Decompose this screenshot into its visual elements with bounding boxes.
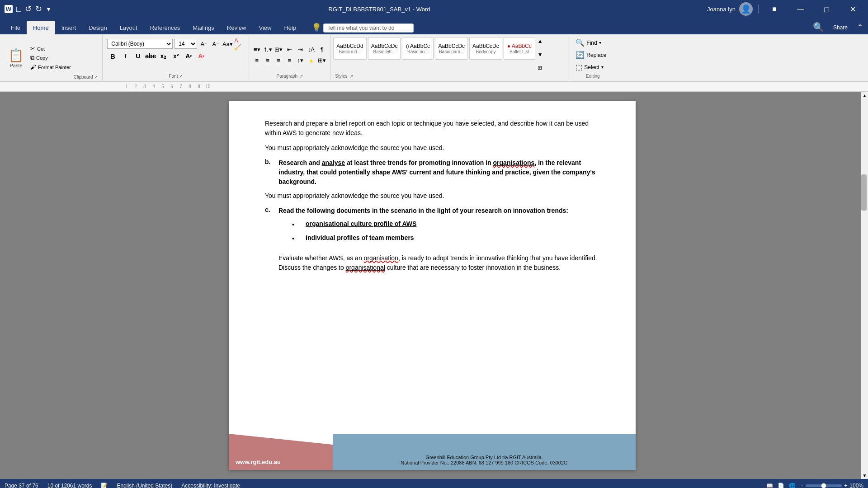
scroll-track[interactable]	[861, 99, 868, 472]
document-container[interactable]: Research and prepare a brief report on e…	[4, 92, 861, 479]
user-avatar[interactable]: 👤	[739, 2, 753, 16]
style-basic-letter[interactable]: AaBbCcDc Basic lett...	[368, 37, 401, 60]
select-dropdown-icon[interactable]: ▾	[601, 65, 604, 70]
search-icon[interactable]: 🔍	[813, 22, 824, 33]
find-button[interactable]: 🔍 Find ▾	[574, 37, 612, 48]
styles-up-button[interactable]: ▲	[538, 38, 543, 44]
style-basic-indent[interactable]: AaBbCcDd Basic ind...	[333, 37, 366, 60]
bold-button[interactable]: B	[107, 51, 118, 61]
replace-icon: 🔄	[576, 51, 585, 59]
increase-indent-button[interactable]: ⇥	[295, 45, 305, 55]
clipboard-secondary-buttons: ✂ Cut ⧉ Copy 🖌 Format Painter	[28, 36, 73, 80]
clear-formatting-button[interactable]: A🧹	[234, 39, 244, 49]
align-left-button[interactable]: ≡	[252, 56, 262, 66]
tab-review[interactable]: Review	[221, 21, 253, 34]
decrease-indent-button[interactable]: ⇤	[284, 45, 294, 55]
show-formatting-button[interactable]: ¶	[317, 45, 327, 55]
styles-more-button[interactable]: ⊞	[538, 65, 543, 71]
tab-help[interactable]: Help	[278, 21, 302, 34]
scroll-down-arrow[interactable]: ▼	[861, 472, 868, 479]
font-expand-icon[interactable]: ↗	[179, 74, 183, 79]
align-center-button[interactable]: ≡	[263, 56, 273, 66]
italic-button[interactable]: I	[120, 51, 131, 61]
ruler-mark: 6	[167, 84, 176, 89]
tab-design[interactable]: Design	[82, 21, 113, 34]
tab-home[interactable]: Home	[27, 21, 55, 34]
style-preview: i) AaBbCc	[406, 43, 430, 49]
font-size-select[interactable]: 14	[175, 39, 197, 49]
lightbulb-icon[interactable]: 💡	[311, 23, 321, 34]
item-c-label: c.	[265, 206, 278, 247]
styles-group-label: Styles ↗	[333, 73, 567, 79]
vertical-scrollbar[interactable]: ▲ ▼	[861, 92, 868, 479]
quick-access-dropdown[interactable]: ▼	[46, 6, 52, 13]
line-spacing-button[interactable]: ↕▾	[295, 56, 305, 66]
tab-view[interactable]: View	[252, 21, 278, 34]
font-case-button[interactable]: Aa▾	[222, 39, 232, 49]
font-color-button[interactable]: A▾	[196, 51, 207, 61]
document-page[interactable]: Research and prepare a brief report on e…	[229, 101, 636, 470]
cut-button[interactable]: ✂ Cut	[28, 44, 73, 53]
font-grow-button[interactable]: A⁺	[199, 39, 209, 49]
word-icon: W	[5, 5, 13, 13]
web-layout-icon[interactable]: 🌐	[789, 483, 796, 488]
minimize-button[interactable]: —	[790, 0, 811, 18]
editing-group: 🔍 Find ▾ 🔄 Replace ⬚ Select ▾ Editing	[570, 35, 615, 80]
format-painter-button[interactable]: 🖌 Format Painter	[28, 63, 73, 71]
borders-button[interactable]: ⊞▾	[317, 56, 327, 66]
select-button[interactable]: ⬚ Select ▾	[574, 61, 612, 73]
superscript-button[interactable]: x²	[170, 51, 181, 61]
scroll-up-arrow[interactable]: ▲	[861, 92, 868, 99]
justify-button[interactable]: ≡	[284, 56, 294, 66]
read-mode-icon[interactable]: 📖	[766, 483, 773, 488]
replace-button[interactable]: 🔄 Replace	[574, 49, 612, 61]
styles-expand-icon[interactable]: ↗	[349, 74, 353, 79]
font-shrink-button[interactable]: A⁻	[211, 39, 221, 49]
sort-button[interactable]: ↕A	[306, 45, 316, 55]
text-highlight-button[interactable]: A▾	[183, 51, 194, 61]
bullets-button[interactable]: ≡▾	[252, 45, 262, 55]
tell-me-input[interactable]: Tell me what you want to do	[323, 23, 414, 33]
scroll-thumb[interactable]	[861, 174, 867, 211]
clipboard-expand-icon[interactable]: ↗	[94, 75, 98, 80]
multilevel-list-button[interactable]: ⊞▾	[274, 45, 283, 55]
select-icon: ⬚	[576, 63, 582, 71]
tab-layout[interactable]: Layout	[113, 21, 144, 34]
layout-toggle-button[interactable]: ■	[764, 0, 785, 18]
tab-references[interactable]: References	[144, 21, 186, 34]
restore-button[interactable]: ◻	[816, 0, 837, 18]
save-button[interactable]: □	[16, 5, 21, 14]
copy-button[interactable]: ⧉ Copy	[28, 53, 73, 62]
redo-button[interactable]: ↻	[35, 4, 42, 14]
tab-file[interactable]: File	[5, 21, 27, 34]
zoom-out-button[interactable]: −	[800, 483, 803, 488]
print-layout-icon[interactable]: 📄	[778, 483, 784, 488]
underline-button[interactable]: U	[132, 51, 143, 61]
paste-button[interactable]: 📋 Paste	[4, 36, 28, 80]
close-button[interactable]: ✕	[843, 0, 863, 18]
numbering-button[interactable]: ⒈▾	[263, 45, 273, 55]
zoom-control[interactable]: − + 100%	[800, 483, 863, 488]
strikethrough-button[interactable]: abc	[145, 51, 156, 61]
subscript-button[interactable]: x₂	[158, 51, 169, 61]
tab-mailings[interactable]: Mailings	[186, 21, 221, 34]
share-button[interactable]: Share	[828, 23, 853, 33]
font-name-select[interactable]: Calibri (Body)	[107, 39, 173, 49]
zoom-in-button[interactable]: +	[844, 483, 847, 488]
paragraph-expand-icon[interactable]: ↗	[299, 74, 303, 79]
style-basic-para[interactable]: AaBbCcDc Basic para...	[435, 37, 468, 60]
language[interactable]: English (United States)	[117, 483, 172, 488]
ribbon-toggle-icon[interactable]: ⌃	[857, 23, 863, 33]
shading-button[interactable]: ▲	[306, 56, 316, 66]
align-right-button[interactable]: ≡	[274, 56, 283, 66]
find-dropdown-icon[interactable]: ▾	[599, 40, 601, 45]
zoom-slider[interactable]	[806, 484, 842, 487]
track-changes-icon[interactable]: 📝	[101, 483, 108, 488]
style-bullet-list[interactable]: ● AaBbCc Bullet List	[504, 37, 535, 60]
style-basic-number[interactable]: i) AaBbCc Basic nu...	[402, 37, 434, 60]
accessibility-warning[interactable]: Accessibility: Investigate	[181, 483, 240, 488]
styles-down-button[interactable]: ▼	[538, 52, 543, 58]
style-bodycopy[interactable]: AaBbCcDc Bodycopy	[469, 37, 502, 60]
tab-insert[interactable]: Insert	[55, 21, 83, 34]
undo-button[interactable]: ↺	[25, 4, 32, 14]
